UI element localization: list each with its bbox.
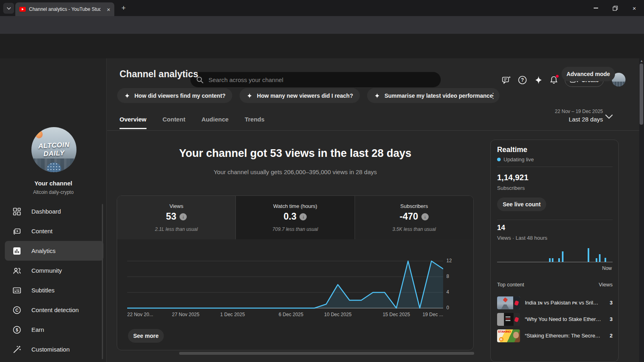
- video-thumbnail: [497, 296, 520, 309]
- metric-watch-time[interactable]: Watch time (hours) 0.3 ↓ 709.7 less than…: [236, 196, 355, 239]
- channel-avatar-large[interactable]: ALTCOIN DAILY: [31, 127, 76, 172]
- sidebar-item-label: Dashboard: [31, 208, 61, 215]
- sidebar-item-customisation[interactable]: Customisation: [5, 339, 103, 359]
- video-views: 2: [610, 333, 613, 339]
- notifications-bell-icon[interactable]: [548, 74, 560, 86]
- help-icon[interactable]: ?: [516, 74, 528, 86]
- feedback-comment-icon[interactable]: [500, 74, 512, 86]
- sparkle-icon: [124, 93, 130, 99]
- chip-label: How did viewers find my content?: [134, 93, 225, 99]
- search-input[interactable]: [208, 76, 435, 83]
- see-more-button[interactable]: See more: [128, 329, 164, 343]
- chip-new-viewers[interactable]: How many new viewers did I reach?: [239, 88, 360, 103]
- tab-trends[interactable]: Trends: [245, 116, 264, 129]
- dollar-icon: $: [12, 325, 22, 335]
- channel-search-bar[interactable]: [190, 72, 441, 87]
- sparkle-icon: [246, 93, 253, 99]
- views-column-label: Views: [599, 282, 613, 288]
- sidebar-item-label: Customisation: [31, 346, 70, 353]
- see-live-count-button[interactable]: See live count: [497, 197, 546, 211]
- tab-audience[interactable]: Audience: [201, 116, 229, 129]
- sidebar-scrollbar[interactable]: [102, 204, 103, 359]
- sidebar-item-community[interactable]: Community: [5, 261, 103, 280]
- sidebar-item-label: Content detection: [31, 306, 79, 313]
- live-dot-icon: [497, 158, 501, 161]
- sidebar-item-label: Community: [31, 267, 62, 274]
- views-line-chart: [127, 251, 443, 312]
- metric-value: 0.3: [284, 211, 297, 222]
- chip-how-found[interactable]: How did viewers find my content?: [117, 88, 232, 103]
- date-range-picker[interactable]: 22 Nov – 19 Dec 2025 Last 28 days: [503, 109, 603, 123]
- video-views: 3: [610, 300, 613, 306]
- metric-delta: 2.1L less than usual: [117, 226, 235, 232]
- sidebar-item-label: Analytics: [31, 247, 56, 254]
- metric-views[interactable]: Views 53 ↓ 2.1L less than usual: [117, 196, 236, 239]
- realtime-title: Realtime: [497, 146, 527, 154]
- sidebar-item-dashboard[interactable]: Dashboard: [5, 202, 103, 221]
- tab-search-button[interactable]: [3, 3, 14, 14]
- sidebar-item-earn[interactable]: $ Earn: [5, 320, 103, 339]
- sidebar-item-content[interactable]: Content: [5, 221, 103, 241]
- window-close-button[interactable]: ×: [625, 0, 644, 16]
- advanced-mode-button[interactable]: Advanced mode: [561, 67, 615, 81]
- browser-tab-strip: Channel analytics - YouTube Studio × + ×: [0, 0, 644, 16]
- window-restore-button[interactable]: [605, 0, 625, 16]
- chart-y-axis: 04812: [446, 251, 462, 312]
- avatar-balloon: [35, 130, 43, 138]
- x-tick-label: 6 Dec 2025: [279, 312, 303, 317]
- views-line: [127, 261, 443, 308]
- sparkline-bar: [599, 254, 601, 262]
- metric-value: 53: [166, 211, 176, 222]
- y-tick-label: 12: [446, 258, 452, 263]
- tab-content[interactable]: Content: [163, 116, 186, 129]
- avatar-dome: [47, 162, 61, 172]
- sparkline-bar: [588, 248, 589, 262]
- realtime-status: Updating live: [497, 156, 534, 162]
- tab-overview[interactable]: Overview: [120, 116, 147, 129]
- area-fill: [127, 261, 443, 308]
- top-content-row[interactable]: India ɪɴ vs Pakistan ᴘᴋ vs Sril… 3: [497, 296, 613, 309]
- svg-text:C: C: [15, 308, 19, 313]
- date-period-text: Last 28 days: [503, 116, 603, 123]
- metric-tabs: Views 53 ↓ 2.1L less than usual Watch ti…: [117, 196, 473, 239]
- date-chevron-down-icon[interactable]: [605, 114, 613, 119]
- chip-summarise-performance[interactable]: Summarise my latest video performance: [367, 88, 500, 103]
- scroll-up-icon[interactable]: ▲: [640, 59, 643, 63]
- x-tick-label: 1 Dec 2025: [220, 312, 245, 317]
- views-subheadline: Your channel usually gets 206,000–395,00…: [117, 169, 474, 175]
- chart-x-axis: 22 Nov 20...27 Nov 20251 Dec 20256 Dec 2…: [127, 312, 443, 318]
- svg-text:?: ?: [521, 77, 524, 83]
- sparkline-bar: [549, 258, 551, 261]
- sidebar-item-analytics[interactable]: Analytics: [5, 241, 103, 261]
- content-icon: [12, 226, 22, 236]
- top-content-row[interactable]: “Why You Need to Stake Ether… 3: [497, 313, 613, 326]
- sidebar-item-subtitles[interactable]: Subtitles: [5, 280, 103, 300]
- new-tab-button[interactable]: +: [119, 4, 128, 13]
- window-minimize-button[interactable]: [586, 0, 605, 16]
- sidebar-item-content-detection[interactable]: C Content detection: [5, 300, 103, 320]
- channel-name: Altcoin daily-crypto: [0, 189, 107, 195]
- sparkline-bar: [552, 258, 553, 261]
- top-content-row[interactable]: STAKINGB “Staking Ethereum: The Secre… 2: [497, 329, 613, 342]
- page-scrollbar-thumb[interactable]: [640, 64, 643, 125]
- y-tick-label: 8: [446, 274, 449, 279]
- avatar-text-line1: ALTCOIN: [38, 141, 70, 150]
- analytics-tabs: Overview Content Audience Trends: [120, 116, 264, 129]
- metric-delta: 709.7 less than usual: [236, 226, 354, 232]
- metric-delta: 3.5K less than usual: [355, 226, 473, 232]
- chip-label: Summarise my latest video performance: [384, 93, 493, 99]
- sparkline-bar: [558, 258, 560, 262]
- divider: [497, 220, 613, 220]
- tab-close-icon[interactable]: ×: [107, 6, 110, 12]
- ai-sparkle-icon[interactable]: [533, 74, 545, 86]
- horizontal-scrollbar-thumb[interactable]: [179, 352, 474, 355]
- chips-overflow-menu-icon[interactable]: ⋮: [487, 88, 499, 103]
- metric-label: Subscribers: [355, 203, 473, 209]
- browser-tab[interactable]: Channel analytics - YouTube Studio ×: [15, 2, 114, 16]
- metric-subscribers[interactable]: Subscribers -470 ↓ 3.5K less than usual: [355, 196, 473, 239]
- sparkline-bar: [605, 258, 606, 262]
- video-thumbnail: STAKINGB: [497, 329, 520, 342]
- youtube-favicon-icon: [19, 7, 26, 12]
- restore-icon: [613, 6, 618, 11]
- divider: [497, 167, 613, 167]
